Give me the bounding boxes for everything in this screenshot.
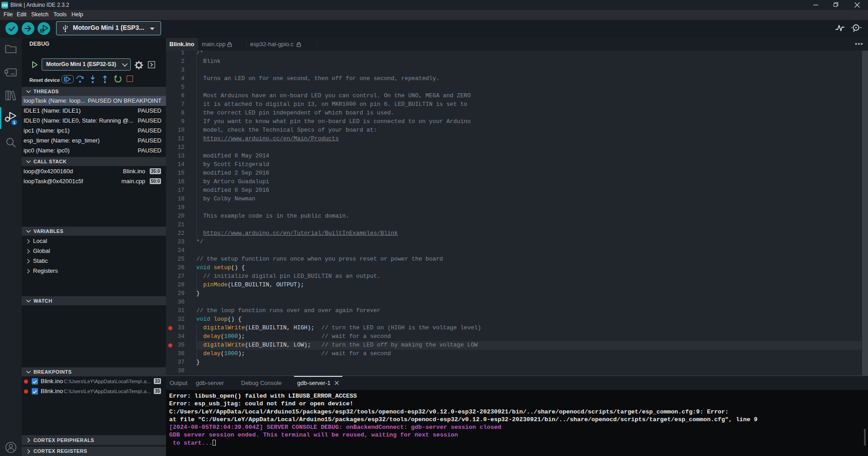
svg-text:1: 1 [13,120,16,125]
